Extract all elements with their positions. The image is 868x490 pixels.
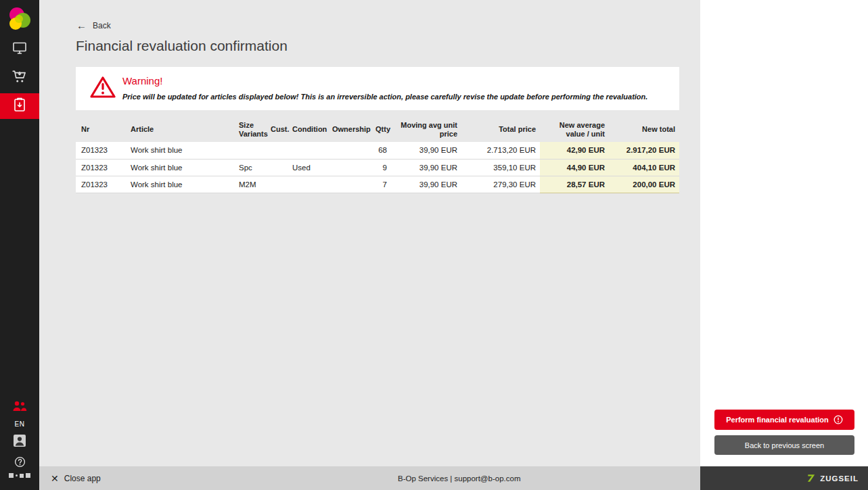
table-cell: Used bbox=[287, 159, 327, 176]
sidebar: EN bbox=[0, 0, 39, 490]
column-header: Ownership bbox=[327, 118, 370, 142]
table-cell: Z01323 bbox=[76, 142, 125, 159]
close-app-button[interactable]: ✕ Close app bbox=[51, 466, 101, 490]
shopping-cart-icon bbox=[11, 68, 28, 88]
zugseil-logo-icon bbox=[806, 473, 817, 483]
page-title: Financial revaluation confirmation bbox=[76, 38, 288, 54]
users-icon bbox=[12, 399, 28, 416]
monitor-icon bbox=[12, 40, 28, 59]
table-cell bbox=[265, 176, 287, 193]
sidebar-item-users[interactable] bbox=[0, 397, 39, 418]
table-cell bbox=[327, 176, 370, 193]
sidebar-item-help[interactable] bbox=[0, 454, 39, 472]
app-logo-icon[interactable] bbox=[6, 6, 33, 33]
column-header: New total bbox=[609, 118, 679, 142]
back-arrow-icon: ← bbox=[76, 20, 87, 30]
table-cell: 42,90 EUR bbox=[540, 142, 609, 159]
table-row: Z01323Work shirt blueSpcUsed939,90 EUR35… bbox=[76, 159, 679, 176]
revaluation-table: NrArticleSize VariantsCust.ConditionOwne… bbox=[76, 118, 679, 193]
column-header: Moving avg unit price bbox=[391, 118, 461, 142]
back-to-previous-label: Back to previous screen bbox=[745, 441, 824, 449]
support-text: B-Op Services | support@b-op.com bbox=[398, 466, 520, 490]
close-app-label: Close app bbox=[64, 474, 101, 483]
warning-message: Price will be updated for articles displ… bbox=[122, 92, 666, 102]
column-header: Cust. bbox=[265, 118, 287, 142]
table-cell: 39,90 EUR bbox=[391, 142, 461, 159]
table-cell bbox=[265, 142, 287, 159]
perform-revaluation-button[interactable]: Perform financial revaluation bbox=[714, 410, 854, 430]
table-row: Z01323Work shirt blueM2M739,90 EUR279,30… bbox=[76, 176, 679, 193]
dock-icon[interactable] bbox=[0, 473, 39, 478]
table-cell: 39,90 EUR bbox=[391, 176, 461, 193]
table-cell: 404,10 EUR bbox=[609, 159, 679, 176]
table-header-row: NrArticleSize VariantsCust.ConditionOwne… bbox=[76, 118, 679, 142]
back-link-label: Back bbox=[93, 21, 111, 30]
brand-name: ZUGSEIL bbox=[820, 474, 859, 483]
warning-triangle-icon bbox=[90, 75, 116, 99]
warning-panel: Warning! Price will be updated for artic… bbox=[76, 67, 679, 110]
table-cell bbox=[327, 142, 370, 159]
table-cell bbox=[265, 159, 287, 176]
sidebar-item-revaluation-active[interactable] bbox=[0, 93, 39, 119]
close-icon: ✕ bbox=[51, 474, 59, 483]
clipboard-icon bbox=[12, 97, 28, 116]
main-content: ← Back Financial revaluation confirmatio… bbox=[39, 0, 700, 466]
table-cell: 68 bbox=[370, 142, 391, 159]
column-header: Total price bbox=[461, 118, 540, 142]
column-header: Condition bbox=[287, 118, 327, 142]
avatar-icon bbox=[13, 434, 26, 450]
brand-footer: ZUGSEIL bbox=[700, 466, 868, 490]
column-header: Qtty bbox=[370, 118, 391, 142]
table-cell: 2.917,20 EUR bbox=[609, 142, 679, 159]
table-cell: 39,90 EUR bbox=[391, 159, 461, 176]
table-body: Z01323Work shirt blue6839,90 EUR2.713,20… bbox=[76, 142, 679, 193]
footer-bar: ✕ Close app B-Op Services | support@b-op… bbox=[39, 466, 700, 490]
back-link[interactable]: ← Back bbox=[76, 20, 111, 30]
table-cell: Z01323 bbox=[76, 159, 125, 176]
table-cell bbox=[287, 142, 327, 159]
language-selector[interactable]: EN bbox=[0, 420, 39, 428]
table-cell: Z01323 bbox=[76, 176, 125, 193]
column-header: Nr bbox=[76, 118, 125, 142]
table-cell: Spc bbox=[233, 159, 265, 176]
back-to-previous-button[interactable]: Back to previous screen bbox=[714, 435, 854, 455]
table-cell: Work shirt blue bbox=[125, 176, 233, 193]
table-cell: 2.713,20 EUR bbox=[461, 142, 540, 159]
table-cell: 200,00 EUR bbox=[609, 176, 679, 193]
column-header: New average value / unit bbox=[540, 118, 609, 142]
table-cell bbox=[233, 142, 265, 159]
table-cell: Work shirt blue bbox=[125, 159, 233, 176]
table-cell bbox=[287, 176, 327, 193]
column-header: Article bbox=[125, 118, 233, 142]
perform-revaluation-label: Perform financial revaluation bbox=[726, 416, 829, 424]
table-cell: 279,30 EUR bbox=[461, 176, 540, 193]
table-cell bbox=[327, 159, 370, 176]
column-header: Size Variants bbox=[233, 118, 265, 142]
table-row: Z01323Work shirt blue6839,90 EUR2.713,20… bbox=[76, 142, 679, 159]
table-cell: 44,90 EUR bbox=[540, 159, 609, 176]
table-cell: 9 bbox=[370, 159, 391, 176]
table-cell: 7 bbox=[370, 176, 391, 193]
sidebar-item-cart[interactable] bbox=[0, 65, 39, 91]
sidebar-item-monitor[interactable] bbox=[0, 36, 39, 62]
question-icon bbox=[14, 456, 26, 470]
action-panel: Perform financial revaluation Back to pr… bbox=[700, 0, 868, 466]
table-cell: Work shirt blue bbox=[125, 142, 233, 159]
table-cell: M2M bbox=[233, 176, 265, 193]
table-cell: 28,57 EUR bbox=[540, 176, 609, 193]
warning-title: Warning! bbox=[122, 75, 162, 87]
table-cell: 359,10 EUR bbox=[461, 159, 540, 176]
alert-circle-icon bbox=[833, 415, 843, 424]
sidebar-item-profile[interactable] bbox=[0, 433, 39, 451]
